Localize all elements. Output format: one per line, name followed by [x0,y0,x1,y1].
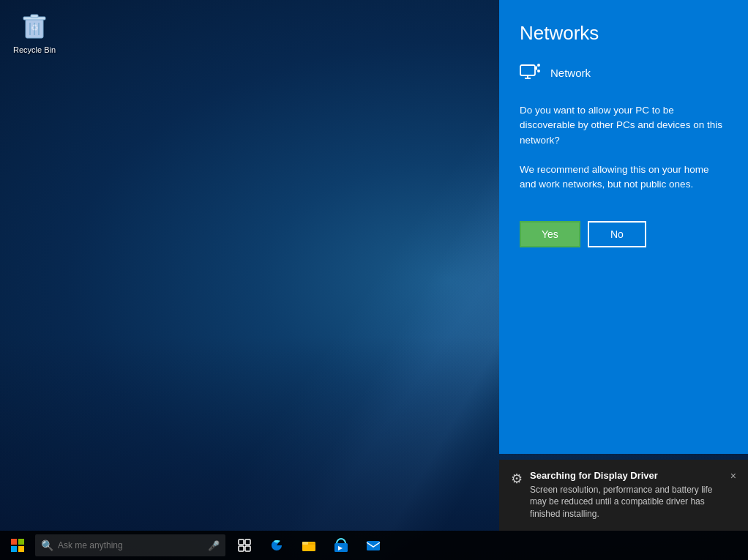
edge-button[interactable] [261,531,293,560]
network-item: Network [520,62,728,83]
task-view-button[interactable] [228,531,261,560]
svg-point-12 [537,70,540,72]
network-name: Network [550,67,591,79]
svg-text:♻: ♻ [31,23,39,33]
svg-rect-28 [367,541,380,550]
network-icon [520,62,540,83]
search-icon: 🔍 [41,540,53,551]
network-buttons: Yes No [520,221,728,247]
svg-rect-19 [18,546,24,552]
yes-button[interactable]: Yes [520,221,580,247]
toast-title: Searching for Display Driver [530,470,723,481]
gear-icon: ⚙ [511,471,523,487]
recycle-bin-label: Recycle Bin [13,45,56,54]
svg-rect-18 [11,546,17,552]
toast-content: Searching for Display Driver Screen reso… [530,470,723,520]
taskbar: 🔍 🎤 [0,531,748,560]
microphone-icon[interactable]: 🎤 [208,540,220,551]
taskbar-search-bar[interactable]: 🔍 🎤 [35,534,225,556]
svg-rect-21 [245,540,250,545]
svg-text:▶: ▶ [338,545,343,551]
svg-rect-22 [239,546,244,551]
store-button[interactable]: ▶ [325,531,357,560]
svg-rect-17 [18,539,24,545]
recycle-bin-graphic: ♻ [17,7,52,42]
close-icon[interactable]: × [730,470,736,482]
network-recommend: We recommend allowing this on your home … [520,163,728,193]
svg-rect-20 [239,540,244,545]
recycle-bin-icon[interactable]: ♻ Recycle Bin [13,7,56,54]
networks-panel: Networks Network Do you want to allow yo… [499,0,748,454]
no-button[interactable]: No [588,221,646,247]
svg-point-11 [537,64,540,67]
mail-button[interactable] [357,531,389,560]
toast-body: Screen resolution, performance and batte… [530,484,723,520]
svg-rect-23 [245,546,250,551]
svg-rect-2 [31,15,38,18]
taskbar-apps: ▶ [228,531,389,560]
start-button[interactable] [0,531,35,560]
svg-rect-25 [302,542,308,545]
svg-rect-16 [11,539,17,545]
toast-notification: ⚙ Searching for Display Driver Screen re… [499,460,748,531]
explorer-button[interactable] [293,531,325,560]
networks-title: Networks [520,22,728,45]
network-question: Do you want to allow your PC to be disco… [520,103,728,148]
search-input[interactable] [58,540,190,550]
svg-rect-7 [520,65,535,75]
